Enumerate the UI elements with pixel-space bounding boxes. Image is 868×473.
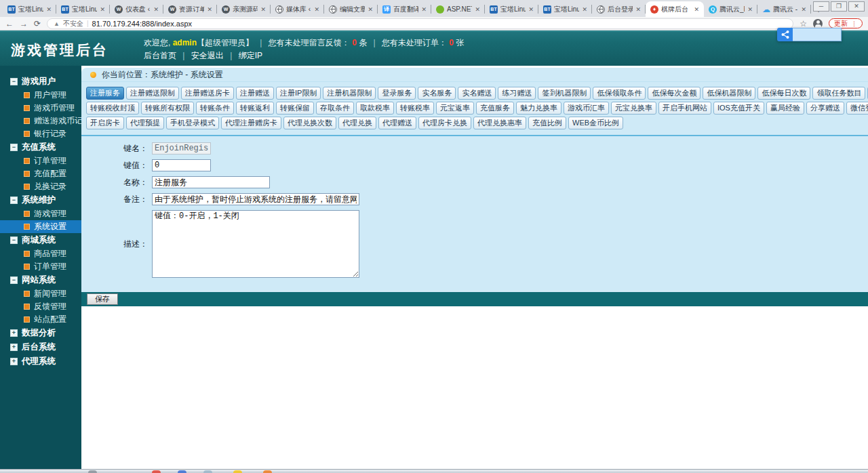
setting-tab-button[interactable]: 代理兑换	[338, 117, 376, 129]
browser-tab[interactable]: W资源订单✕	[163, 1, 217, 17]
collapse-icon[interactable]: −	[10, 276, 18, 284]
setting-tab-button[interactable]: 登录服务	[378, 87, 416, 100]
setting-tab-button[interactable]: 取款税率	[356, 102, 394, 115]
setting-tab-button[interactable]: 分享赠送	[806, 102, 844, 115]
minimize-icon[interactable]: ─	[813, 1, 829, 12]
field-input[interactable]	[152, 159, 211, 171]
browser-tab[interactable]: 编辑文章✕	[324, 1, 378, 17]
collapse-icon[interactable]: −	[10, 197, 18, 204]
setting-tab-button[interactable]: 转账税率	[396, 102, 434, 115]
browser-tab[interactable]: 译百度翻译✕	[378, 1, 431, 17]
setting-tab-button[interactable]: 领取任务数目	[812, 87, 865, 100]
setting-tab-button[interactable]: 充值服务	[476, 102, 514, 115]
taskbar-icon[interactable]	[233, 470, 242, 473]
tab-close-icon[interactable]: ✕	[582, 6, 587, 13]
sidebar-item-订单管理[interactable]: 订单管理	[0, 260, 81, 273]
back-icon[interactable]: ←	[5, 20, 14, 28]
forward-icon[interactable]: →	[20, 20, 28, 28]
taskbar-icon[interactable]	[88, 470, 97, 473]
setting-tab-button[interactable]: 开启手机网站	[658, 102, 711, 115]
security-label[interactable]: 不安全	[63, 19, 83, 28]
setting-tab-button[interactable]: 代理注册赠房卡	[221, 117, 281, 129]
browser-tab[interactable]: BT宝塔Linu✕	[56, 1, 110, 17]
sidebar-item-用户管理[interactable]: 用户管理	[0, 89, 81, 102]
setting-tab-button[interactable]: 游戏币汇率	[564, 102, 609, 115]
setting-tab-button[interactable]: 元宝返率	[436, 102, 474, 115]
taskbar-icon[interactable]	[263, 470, 272, 473]
save-button[interactable]: 保存	[87, 293, 118, 305]
home-link[interactable]: 后台首页	[144, 51, 176, 60]
sidebar-item-商品管理[interactable]: 商品管理	[0, 247, 81, 260]
collapse-icon[interactable]: −	[10, 78, 18, 85]
taskbar[interactable]	[0, 469, 868, 473]
tab-close-icon[interactable]: ✕	[475, 6, 480, 13]
browser-tab[interactable]: ASP.NET✕	[431, 1, 485, 17]
setting-tab-button[interactable]: 赢局经验	[766, 102, 804, 115]
taskbar-icon[interactable]	[203, 470, 212, 473]
browser-tab[interactable]: ♦棋牌后台✕	[646, 1, 704, 17]
update-button[interactable]: 更新 ⋮	[829, 18, 863, 28]
setting-tab-button[interactable]: 代理兑换惠率	[473, 117, 526, 129]
tab-close-icon[interactable]: ✕	[694, 6, 699, 13]
setting-tab-button[interactable]: 开启房卡	[86, 117, 124, 129]
setting-tab-button[interactable]: 低保机器限制	[703, 87, 755, 100]
tab-close-icon[interactable]: ✕	[260, 6, 266, 13]
tab-close-icon[interactable]: ✕	[528, 6, 534, 13]
sidebar-item-游戏管理[interactable]: 游戏管理	[0, 207, 81, 220]
setting-tab-button[interactable]: 转账税收封顶	[86, 102, 139, 115]
setting-tab-button[interactable]: 充值比例	[528, 117, 566, 129]
menu-dots-icon[interactable]: ⋮	[851, 20, 857, 27]
browser-tab[interactable]: W亲测源码✕	[217, 1, 271, 17]
setting-tab-button[interactable]: 转账条件	[196, 102, 234, 115]
browser-tab[interactable]: ☁腾讯云 -✕	[757, 1, 811, 17]
logout-link[interactable]: 安全退出	[191, 51, 224, 60]
sidebar-item-银行记录[interactable]: 银行记录	[0, 127, 81, 140]
sidebar-section-数据分析[interactable]: +数据分析	[0, 326, 81, 340]
sidebar-section-商城系统[interactable]: −商城系统	[0, 233, 81, 247]
expand-icon[interactable]: +	[10, 329, 18, 337]
setting-tab-button[interactable]: 签到机器限制	[538, 87, 591, 100]
setting-tab-button[interactable]: 低保每次金额	[648, 87, 701, 100]
field-input[interactable]	[152, 193, 359, 205]
setting-tab-button[interactable]: 手机登录模式	[166, 117, 219, 129]
expand-icon[interactable]: +	[10, 358, 18, 365]
tab-close-icon[interactable]: ✕	[747, 6, 753, 13]
sidebar-section-代理系统[interactable]: +代理系统	[0, 354, 81, 369]
tab-close-icon[interactable]: ✕	[801, 6, 806, 13]
setting-tab-button[interactable]: 转账返利	[236, 102, 274, 115]
setting-tab-button[interactable]: 低保领取条件	[593, 87, 646, 100]
tab-close-icon[interactable]: ✕	[153, 6, 159, 13]
url-omnibox[interactable]: ▲ 不安全 | 81.70.179.244:888/index.aspx	[47, 18, 793, 29]
setting-tab-button[interactable]: 代理兑换次数	[283, 117, 336, 129]
setting-tab-button[interactable]: WEB金币比例	[568, 117, 623, 129]
bookmark-star-icon[interactable]: ☆	[800, 19, 807, 28]
sidebar-item-反馈管理[interactable]: 反馈管理	[0, 300, 81, 313]
setting-tab-button[interactable]: 练习赠送	[498, 87, 536, 100]
sidebar-item-系统设置[interactable]: 系统设置	[0, 220, 81, 233]
sidebar-section-充值系统[interactable]: −充值系统	[0, 140, 81, 155]
tab-close-icon[interactable]: ✕	[207, 6, 212, 13]
sidebar-section-网站系统[interactable]: −网站系统	[0, 273, 81, 287]
sidebar-section-系统维护[interactable]: −系统维护	[0, 193, 81, 207]
setting-tab-button[interactable]: 实名服务	[418, 87, 456, 100]
tab-close-icon[interactable]: ✕	[635, 6, 641, 13]
page-url[interactable]: 81.70.179.244:888/index.aspx	[92, 20, 192, 28]
browser-tab[interactable]: Q腾讯云_E✕	[704, 1, 757, 17]
reload-icon[interactable]: ⟳	[34, 20, 41, 28]
collapse-icon[interactable]: −	[10, 144, 18, 151]
setting-tab-button[interactable]: 微信登录	[846, 102, 868, 115]
browser-tab[interactable]: 后台登录✕	[592, 1, 646, 17]
setting-tab-button[interactable]: 注册赠送房卡	[181, 87, 234, 100]
taskbar-icon[interactable]	[152, 470, 161, 473]
share-icon[interactable]	[777, 28, 793, 41]
setting-tab-button[interactable]: 注册IP限制	[276, 87, 321, 100]
browser-tab[interactable]: 媒体库 ‹✕	[271, 1, 324, 17]
setting-tab-button[interactable]: 魅力兑换率	[516, 102, 561, 115]
sidebar-item-赠送游戏币记录[interactable]: 赠送游戏币记录	[0, 115, 81, 127]
widget-input[interactable]	[793, 28, 842, 41]
setting-tab-button[interactable]: 注册赠送	[236, 87, 274, 100]
setting-tab-button[interactable]: 转账所有权限	[141, 102, 194, 115]
setting-tab-button[interactable]: 低保每日次数	[757, 87, 810, 100]
setting-tab-button[interactable]: 代理预提	[126, 117, 164, 129]
tab-close-icon[interactable]: ✕	[314, 6, 319, 13]
